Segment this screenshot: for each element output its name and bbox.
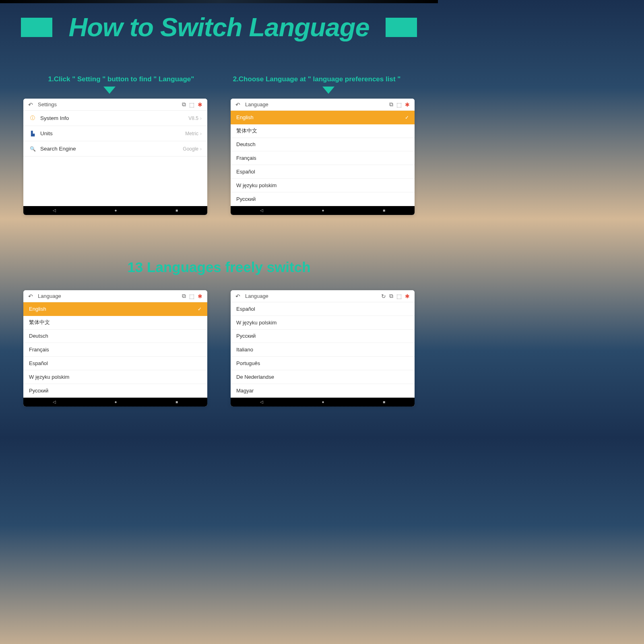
language-row[interactable]: Español xyxy=(231,165,415,179)
language-panel-3: ↶ Language ↻ ⧉ ⬚ ✱ EspañolW języku polsk… xyxy=(231,290,415,407)
language-row[interactable]: W języku polskim xyxy=(231,179,415,192)
android-nav[interactable]: ◁ ● ■ xyxy=(23,206,207,215)
language-row[interactable]: Magyar xyxy=(231,384,415,398)
row-icon: 🔍 xyxy=(29,145,36,153)
settings-panel: ↶ Settings ⧉ ⬚ ✱ ⓘSystem InfoV8.5›▙Units… xyxy=(23,99,207,215)
language-row[interactable]: De Nederlandse xyxy=(231,370,415,384)
panel-header: ↶ Language ↻ ⧉ ⬚ ✱ xyxy=(231,290,415,302)
language-label: Deutsch xyxy=(236,141,409,147)
panel-header: ↶ Settings ⧉ ⬚ ✱ xyxy=(23,99,207,111)
check-icon: ✓ xyxy=(405,115,409,120)
language-label: Русский xyxy=(29,388,202,394)
header-icons: ↻ ⧉ ⬚ ✱ xyxy=(381,293,410,299)
language-row-selected[interactable]: English✓ xyxy=(23,302,207,316)
image-icon[interactable]: ⬚ xyxy=(396,293,402,299)
nav-home-icon[interactable]: ● xyxy=(322,400,324,404)
nav-home-icon[interactable]: ● xyxy=(114,400,117,404)
image-icon[interactable]: ⬚ xyxy=(189,101,194,108)
language-row[interactable]: Deutsch xyxy=(23,330,207,343)
camera-icon[interactable]: ⧉ xyxy=(182,293,186,299)
bluetooth-icon[interactable]: ✱ xyxy=(405,293,410,299)
language-row[interactable]: Deutsch xyxy=(231,138,415,152)
back-icon[interactable]: ↶ xyxy=(235,293,240,299)
nav-back-icon[interactable]: ◁ xyxy=(260,400,263,404)
panel-header: ↶ Language ⧉ ⬚ ✱ xyxy=(23,290,207,302)
camera-icon[interactable]: ⧉ xyxy=(182,101,186,108)
bluetooth-icon[interactable]: ✱ xyxy=(198,101,202,108)
language-panel-2: ↶ Language ⧉ ⬚ ✱ English✓繁体中文DeutschFran… xyxy=(23,290,207,407)
title-bar-right xyxy=(386,18,417,37)
bluetooth-icon[interactable]: ✱ xyxy=(198,293,202,299)
language-row[interactable]: Français xyxy=(23,343,207,357)
title-row: How to Switch Language xyxy=(0,12,438,42)
nav-recent-icon[interactable]: ■ xyxy=(175,400,178,404)
nav-back-icon[interactable]: ◁ xyxy=(260,208,263,213)
back-icon[interactable]: ↶ xyxy=(28,101,33,108)
language-row[interactable]: Русский xyxy=(231,330,415,343)
row-value: V8.5 xyxy=(188,116,198,121)
nav-recent-icon[interactable]: ■ xyxy=(383,400,385,404)
nav-recent-icon[interactable]: ■ xyxy=(383,208,385,213)
language-row[interactable]: Русский xyxy=(231,192,415,206)
header-title: Language xyxy=(245,293,381,299)
language-label: Español xyxy=(236,306,409,312)
language-label: Português xyxy=(236,360,409,366)
back-icon[interactable]: ↶ xyxy=(28,293,33,299)
language-row[interactable]: Русский xyxy=(23,384,207,398)
language-label: Español xyxy=(29,360,202,366)
language-row[interactable]: Español xyxy=(23,357,207,370)
language-panel-1: ↶ Language ⧉ ⬚ ✱ English✓繁体中文DeutschFran… xyxy=(231,99,415,215)
language-label: De Nederlandse xyxy=(236,374,409,380)
android-nav[interactable]: ◁ ● ■ xyxy=(231,206,415,215)
language-row[interactable]: 繁体中文 xyxy=(23,316,207,330)
camera-icon[interactable]: ⧉ xyxy=(389,101,393,108)
language-label: English xyxy=(29,306,198,312)
camera-icon[interactable]: ⧉ xyxy=(389,293,393,299)
refresh-icon[interactable]: ↻ xyxy=(381,293,386,299)
nav-recent-icon[interactable]: ■ xyxy=(175,208,178,213)
settings-row[interactable]: 🔍Search EngineGoogle› xyxy=(23,141,207,157)
header-icons: ⧉ ⬚ ✱ xyxy=(182,293,202,299)
nav-back-icon[interactable]: ◁ xyxy=(53,208,56,213)
language-body: English✓繁体中文DeutschFrançaisEspañolW języ… xyxy=(23,302,207,398)
language-row-selected[interactable]: English✓ xyxy=(231,111,415,124)
row-icon: ▙ xyxy=(29,130,36,137)
row-icon: ⓘ xyxy=(29,115,36,122)
image-icon[interactable]: ⬚ xyxy=(189,293,194,299)
settings-body: ⓘSystem InfoV8.5›▙UnitsMetric›🔍Search En… xyxy=(23,111,207,158)
language-label: 繁体中文 xyxy=(29,319,202,326)
language-row[interactable]: Français xyxy=(231,151,415,165)
settings-row[interactable]: ▙UnitsMetric› xyxy=(23,126,207,141)
image-icon[interactable]: ⬚ xyxy=(396,101,402,108)
check-icon: ✓ xyxy=(198,306,202,312)
chevron-right-icon: › xyxy=(200,131,202,136)
language-row[interactable]: W języku polskim xyxy=(231,316,415,330)
back-icon[interactable]: ↶ xyxy=(235,101,240,108)
language-row[interactable]: W języku polskim xyxy=(23,370,207,384)
nav-home-icon[interactable]: ● xyxy=(322,208,324,213)
language-label: W języku polskim xyxy=(236,320,409,326)
arrow-down-icon xyxy=(322,87,334,94)
language-label: Español xyxy=(236,169,409,175)
language-body: EspañolW języku polskimРусскийItalianoPo… xyxy=(231,302,415,398)
language-row[interactable]: Português xyxy=(231,357,415,370)
nav-back-icon[interactable]: ◁ xyxy=(53,400,56,404)
settings-row[interactable]: ⓘSystem InfoV8.5› xyxy=(23,111,207,126)
step-2-label: 2.Choose Language at " language preferen… xyxy=(219,75,415,83)
android-nav[interactable]: ◁ ● ■ xyxy=(231,398,415,407)
nav-home-icon[interactable]: ● xyxy=(114,208,117,213)
language-row[interactable]: Italiano xyxy=(231,343,415,357)
arrow-down-icon xyxy=(103,87,116,94)
header-title: Settings xyxy=(38,101,182,107)
language-row[interactable]: Español xyxy=(231,302,415,316)
arrow-row xyxy=(0,87,438,94)
language-label: W języku polskim xyxy=(29,374,202,380)
language-label: Deutsch xyxy=(29,333,202,339)
android-nav[interactable]: ◁ ● ■ xyxy=(23,398,207,407)
row-value: Google xyxy=(183,146,198,152)
language-label: English xyxy=(236,114,405,120)
bluetooth-icon[interactable]: ✱ xyxy=(405,101,410,108)
header-title: Language xyxy=(38,293,182,299)
language-label: W języku polskim xyxy=(236,182,409,188)
language-row[interactable]: 繁体中文 xyxy=(231,124,415,138)
